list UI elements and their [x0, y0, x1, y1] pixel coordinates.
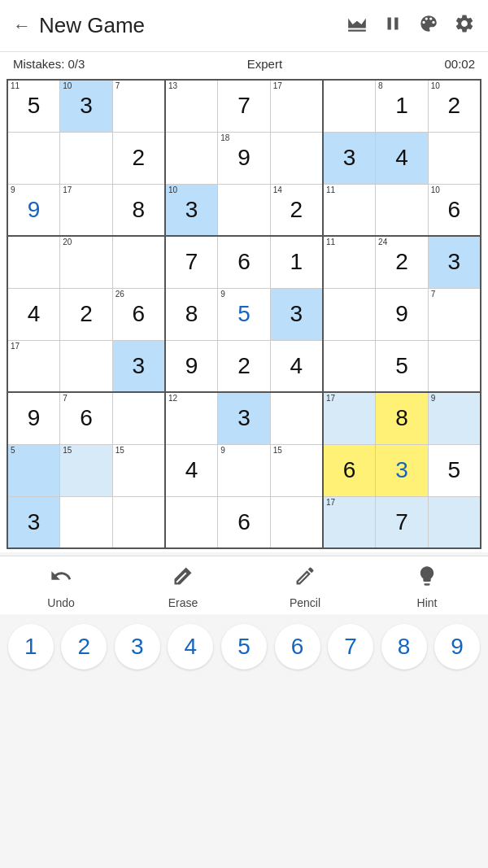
table-row[interactable] [428, 496, 481, 548]
table-row[interactable]: 2 [218, 340, 271, 392]
table-row[interactable]: 242 [376, 236, 429, 288]
table-row[interactable]: 17 [270, 80, 323, 132]
table-row[interactable]: 17 [7, 340, 60, 392]
table-row[interactable]: 7 [428, 288, 481, 340]
table-row[interactable]: 4 [7, 288, 60, 340]
numpad-btn-8[interactable]: 8 [381, 624, 427, 670]
table-row[interactable]: 7 [376, 496, 429, 548]
table-row[interactable]: 3 [7, 496, 60, 548]
table-row[interactable]: 3 [376, 444, 429, 496]
table-row[interactable]: 95 [218, 288, 271, 340]
table-row[interactable]: 7 [218, 80, 271, 132]
table-row[interactable]: 15 [60, 444, 113, 496]
table-row[interactable]: 5 [376, 340, 429, 392]
pencil-button[interactable]: Pencil [272, 565, 338, 609]
table-row[interactable]: 8 [165, 288, 218, 340]
table-row[interactable] [218, 184, 271, 236]
settings-icon[interactable] [454, 13, 475, 39]
table-row[interactable] [323, 340, 376, 392]
table-row[interactable]: 15 [270, 444, 323, 496]
table-row[interactable] [428, 132, 481, 184]
table-row[interactable] [165, 132, 218, 184]
erase-button[interactable]: Erase [150, 565, 216, 609]
table-row[interactable]: 81 [376, 80, 429, 132]
table-row[interactable]: 5 [7, 444, 60, 496]
sudoku-grid[interactable]: 1151037137178110221893499178103142111062… [7, 79, 481, 549]
table-row[interactable]: 2 [112, 132, 165, 184]
table-row[interactable] [323, 80, 376, 132]
table-row[interactable]: 11 [323, 184, 376, 236]
table-row[interactable]: 3 [323, 132, 376, 184]
table-row[interactable]: 142 [270, 184, 323, 236]
numpad-btn-4[interactable]: 4 [168, 624, 213, 670]
table-row[interactable]: 2 [60, 288, 113, 340]
numpad-btn-3[interactable]: 3 [115, 624, 160, 670]
numpad-btn-7[interactable]: 7 [328, 624, 373, 670]
table-row[interactable]: 3 [112, 340, 165, 392]
table-row[interactable] [112, 496, 165, 548]
table-row[interactable] [60, 496, 113, 548]
table-row[interactable]: 13 [165, 80, 218, 132]
table-row[interactable]: 99 [7, 184, 60, 236]
table-row[interactable]: 4 [270, 340, 323, 392]
numpad-btn-1[interactable]: 1 [8, 624, 54, 670]
undo-button[interactable]: Undo [28, 565, 94, 609]
table-row[interactable]: 17 [60, 184, 113, 236]
table-row[interactable] [376, 184, 429, 236]
table-row[interactable]: 115 [7, 80, 60, 132]
table-row[interactable]: 5 [428, 444, 481, 496]
back-button[interactable]: ← [13, 15, 31, 37]
table-row[interactable]: 6 [323, 444, 376, 496]
table-row[interactable]: 106 [428, 184, 481, 236]
table-row[interactable]: 6 [218, 236, 271, 288]
table-row[interactable] [60, 132, 113, 184]
table-row[interactable]: 3 [218, 392, 271, 444]
table-row[interactable]: 4 [165, 444, 218, 496]
table-row[interactable] [112, 392, 165, 444]
table-row[interactable]: 9 [428, 392, 481, 444]
numpad-btn-5[interactable]: 5 [221, 624, 267, 670]
table-row[interactable]: 20 [60, 236, 113, 288]
table-row[interactable] [165, 496, 218, 548]
table-row[interactable] [60, 340, 113, 392]
hint-button[interactable]: Hint [394, 565, 460, 609]
table-row[interactable]: 12 [165, 392, 218, 444]
table-row[interactable]: 9 [218, 444, 271, 496]
table-row[interactable]: 1 [270, 236, 323, 288]
table-row[interactable]: 6 [218, 496, 271, 548]
table-row[interactable]: 3 [270, 288, 323, 340]
table-row[interactable] [323, 288, 376, 340]
table-row[interactable]: 103 [60, 80, 113, 132]
table-row[interactable] [7, 236, 60, 288]
table-row[interactable]: 189 [218, 132, 271, 184]
table-row[interactable] [112, 236, 165, 288]
table-row[interactable] [428, 340, 481, 392]
palette-icon[interactable] [418, 13, 439, 39]
table-row[interactable]: 103 [165, 184, 218, 236]
table-row[interactable]: 7 [165, 236, 218, 288]
table-row[interactable] [7, 132, 60, 184]
table-row[interactable]: 9 [376, 288, 429, 340]
table-row[interactable]: 17 [323, 392, 376, 444]
table-row[interactable]: 266 [112, 288, 165, 340]
numpad-btn-6[interactable]: 6 [275, 624, 320, 670]
table-row[interactable]: 4 [376, 132, 429, 184]
table-row[interactable]: 17 [323, 496, 376, 548]
numpad-btn-2[interactable]: 2 [61, 624, 107, 670]
table-row[interactable]: 7 [112, 80, 165, 132]
crown-icon[interactable] [346, 13, 368, 39]
table-row[interactable]: 11 [323, 236, 376, 288]
numpad-btn-9[interactable]: 9 [434, 624, 480, 670]
table-row[interactable]: 8 [376, 392, 429, 444]
table-row[interactable]: 15 [112, 444, 165, 496]
pause-icon[interactable] [382, 13, 403, 39]
table-row[interactable]: 3 [428, 236, 481, 288]
table-row[interactable]: 76 [60, 392, 113, 444]
table-row[interactable] [270, 392, 323, 444]
table-row[interactable] [270, 132, 323, 184]
table-row[interactable] [270, 496, 323, 548]
table-row[interactable]: 102 [428, 80, 481, 132]
table-row[interactable]: 8 [112, 184, 165, 236]
table-row[interactable]: 9 [165, 340, 218, 392]
table-row[interactable]: 9 [7, 392, 60, 444]
